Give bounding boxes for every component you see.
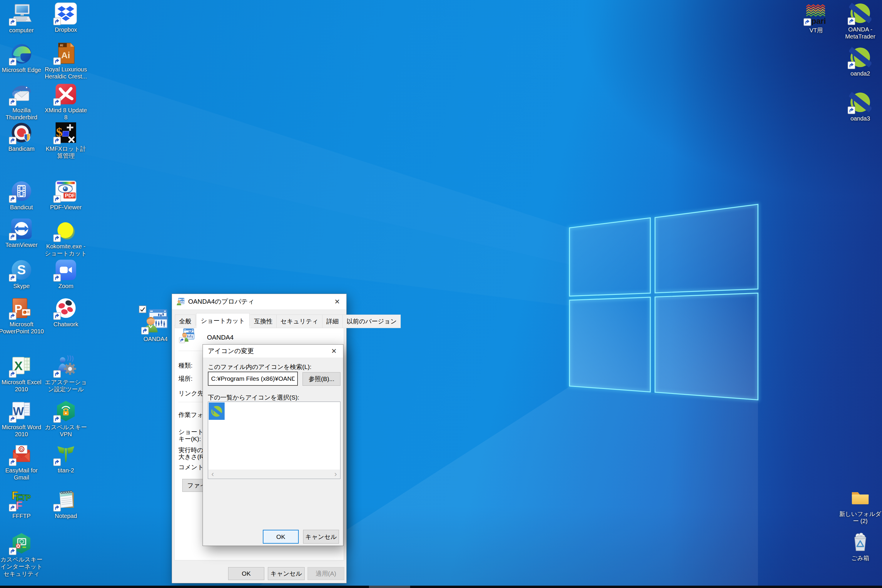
pari-icon bbox=[805, 3, 827, 25]
recycle-icon bbox=[849, 531, 872, 553]
selected-checkbox-icon[interactable] bbox=[139, 306, 146, 313]
desktop-icon-label: Skype bbox=[13, 282, 30, 290]
desktop-icon-label: エアステーション設定ツール bbox=[43, 379, 89, 393]
desktop-icon-kmfx[interactable]: KMFXロット計算管理 bbox=[43, 122, 89, 160]
desktop-icon-teamviewer[interactable]: TeamViewer bbox=[0, 218, 44, 248]
tab-セキュリティ[interactable]: セキュリティ bbox=[277, 315, 322, 328]
tab-全般[interactable]: 全般 bbox=[175, 315, 195, 328]
kmfx-icon bbox=[55, 122, 77, 144]
shortcut-arrow-icon bbox=[848, 106, 855, 114]
desktop-icon-microsoft-excel-2010[interactable]: Microsoft Excel 2010 bbox=[0, 355, 44, 393]
tab-以前のバージョン[interactable]: 以前のバージョン bbox=[343, 315, 401, 328]
scroll-left-icon[interactable]: ‹ bbox=[212, 470, 214, 478]
easymail-icon bbox=[10, 443, 33, 465]
titan-icon bbox=[55, 443, 77, 465]
shortcut-name-field[interactable]: OANDA4 bbox=[207, 334, 233, 341]
change-icon-dialog-title: アイコンの変更 bbox=[208, 346, 254, 356]
oanda-icon bbox=[849, 91, 872, 114]
tab-互換性[interactable]: 互換性 bbox=[250, 315, 277, 328]
desktop-icon-microsoft-edge[interactable]: Microsoft Edge bbox=[0, 43, 44, 74]
desktop-icon-pdf-viewer[interactable]: PDF-Viewer bbox=[43, 180, 89, 211]
properties-apply-button[interactable]: 適用(A) bbox=[308, 567, 344, 580]
dropbox-icon bbox=[55, 2, 77, 25]
ffftp-icon bbox=[10, 489, 33, 511]
desktop-icon-computer[interactable]: computer bbox=[0, 3, 44, 34]
desktop-icon-chatwork[interactable]: Chatwork bbox=[43, 297, 89, 328]
mt4-shortcut-icon bbox=[180, 328, 195, 342]
desktop-icon-ffftp[interactable]: FFFTP bbox=[0, 489, 44, 519]
tab-詳細[interactable]: 詳細 bbox=[322, 315, 343, 328]
word-icon bbox=[10, 400, 33, 422]
search-icons-label: このファイル内のアイコンを検索(L): bbox=[208, 363, 311, 371]
chatwork-icon bbox=[55, 297, 77, 319]
aifile-icon bbox=[55, 42, 77, 64]
desktop-icon-label: Zoom bbox=[58, 282, 73, 290]
browse-button[interactable]: 参照(B)... bbox=[303, 372, 340, 386]
desktop-icon-notepad[interactable]: Notepad bbox=[43, 489, 89, 519]
desktop-icon-label: Microsoft Word 2010 bbox=[0, 424, 44, 438]
kokomite-icon bbox=[55, 219, 77, 242]
shortcut-arrow-icon bbox=[9, 58, 16, 66]
desktop-icon-microsoft-word-2010[interactable]: Microsoft Word 2010 bbox=[0, 400, 44, 438]
desktop-icon-label: computer bbox=[9, 27, 33, 34]
desktop-icon-kokomite-exe[interactable]: Kokomite.exe - ショートカット bbox=[43, 219, 89, 257]
close-icon[interactable]: ✕ bbox=[328, 294, 346, 309]
desktop-icon-label: PDF-Viewer bbox=[50, 204, 81, 211]
desktop-icon-bandicut[interactable]: Bandicut bbox=[0, 180, 44, 211]
select-icon-label: 下の一覧からアイコンを選択(S): bbox=[208, 393, 299, 402]
desktop-icon-oanda2[interactable]: oanda2 bbox=[837, 46, 882, 77]
desktop-icon-xmind-8-update-8[interactable]: XMind 8 Update 8 bbox=[43, 83, 89, 121]
property-field-label: 種類: bbox=[178, 362, 193, 369]
desktop-icon-icon[interactable]: エアステーション設定ツール bbox=[43, 355, 89, 393]
shortcut-arrow-icon bbox=[9, 415, 16, 423]
desktop-icon-microsoft-powerpoint-2010[interactable]: Microsoft PowerPoint 2010 bbox=[0, 297, 44, 335]
tab-ショートカット[interactable]: ショートカット bbox=[196, 313, 250, 328]
desktop-icon-icon[interactable]: ごみ箱 bbox=[837, 531, 882, 561]
desktop-icon-zoom[interactable]: Zoom bbox=[43, 259, 89, 290]
desktop-icon-label: Chatwork bbox=[54, 321, 78, 328]
close-icon[interactable]: ✕ bbox=[325, 345, 343, 357]
desktop-icon-bandicam[interactable]: Bandicam bbox=[0, 122, 44, 152]
change-icon-ok-button[interactable]: OK bbox=[263, 530, 299, 544]
desktop-icon-label: Notepad bbox=[55, 513, 77, 519]
desktop-icon-dropbox[interactable]: Dropbox bbox=[43, 2, 89, 33]
desktop-icon-icon[interactable]: カスペルスキー インターネット セキュリティ bbox=[0, 532, 44, 578]
desktop-icon-label: Microsoft Edge bbox=[2, 66, 41, 74]
properties-ok-button[interactable]: OK bbox=[228, 567, 264, 580]
desktop-icon-titan-2[interactable]: titan-2 bbox=[43, 443, 89, 474]
desktop-icon-royal-luxurious-heraldic-crest[interactable]: Royal Luxurious Heraldic Crest... bbox=[43, 42, 89, 80]
horizontal-scrollbar[interactable]: ‹ › bbox=[208, 470, 340, 478]
desktop-icon-skype[interactable]: Skype bbox=[0, 259, 44, 290]
desktop-icon-label: Dropbox bbox=[55, 26, 77, 33]
desktop-icon-mozilla-thunderbird[interactable]: Mozilla Thunderbird bbox=[0, 83, 44, 121]
properties-cancel-button[interactable]: キャンセル bbox=[268, 567, 304, 580]
icon-list-box[interactable]: ‹ › bbox=[208, 402, 340, 479]
desktop-icon-label: 新しいフォルダー (2) bbox=[837, 510, 882, 525]
desktop-icon-oanda-metatrader[interactable]: OANDA - MetaTrader bbox=[837, 2, 882, 40]
scroll-right-icon[interactable]: › bbox=[334, 470, 337, 478]
desktop-icon-vt[interactable]: VT用 bbox=[793, 3, 839, 34]
desktop-icon-2[interactable]: 新しいフォルダー (2) bbox=[837, 487, 882, 525]
desktop-icon-label: OANDA - MetaTrader bbox=[837, 26, 882, 40]
thunderbird-icon bbox=[10, 83, 33, 105]
folder-icon bbox=[849, 487, 872, 509]
property-field-label: キー(K): bbox=[178, 435, 201, 443]
desktop-icon-label: XMind 8 Update 8 bbox=[43, 107, 89, 121]
taskbar-strip[interactable] bbox=[0, 586, 882, 588]
shortcut-arrow-icon bbox=[53, 57, 61, 65]
shortcut-arrow-icon bbox=[53, 312, 61, 320]
desktop-icon-label: Royal Luxurious Heraldic Crest... bbox=[43, 66, 89, 80]
excel-icon bbox=[10, 355, 33, 377]
desktop-icon-vpn[interactable]: カスペルスキー VPN bbox=[43, 400, 89, 438]
desktop-icon-label: VT用 bbox=[809, 27, 823, 34]
desktop-icon-label: Bandicut bbox=[10, 204, 33, 211]
icon-path-input[interactable] bbox=[208, 372, 298, 386]
shortcut-arrow-icon bbox=[848, 17, 855, 25]
notepad-icon bbox=[55, 489, 77, 511]
selected-icon-cell[interactable] bbox=[209, 402, 225, 420]
change-icon-cancel-button[interactable]: キャンセル bbox=[303, 530, 339, 544]
shortcut-arrow-icon bbox=[9, 274, 16, 282]
desktop-icon-oanda3[interactable]: oanda3 bbox=[837, 91, 882, 122]
xmind-icon bbox=[55, 83, 77, 105]
desktop-icon-easymail-for-gmail[interactable]: EasyMail for Gmail bbox=[0, 443, 44, 481]
